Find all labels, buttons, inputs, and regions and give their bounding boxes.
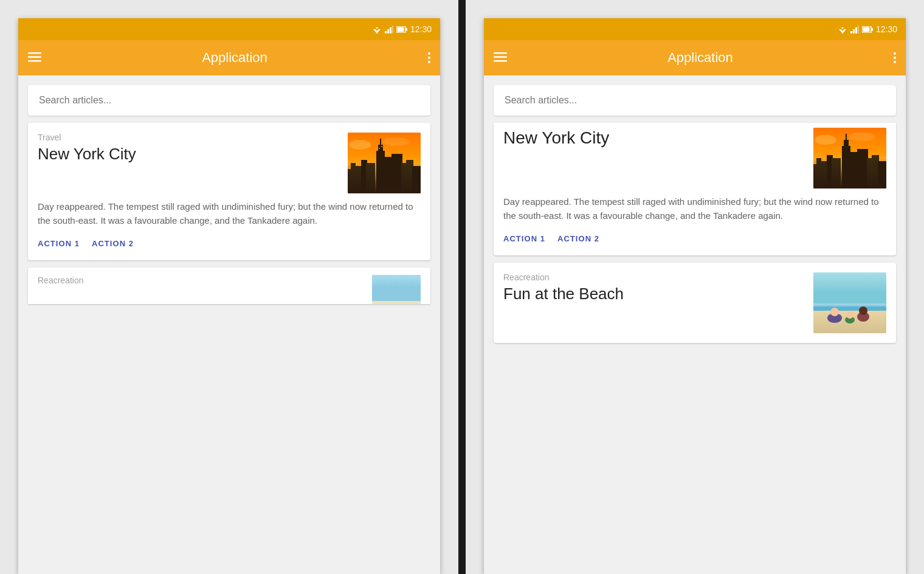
svg-rect-13 <box>28 60 41 62</box>
right-phone-panel: 12:30 Application <box>466 0 924 574</box>
svg-point-30 <box>349 140 371 150</box>
left-more-icon[interactable] <box>428 52 430 63</box>
left-status-bar: 12:30 <box>18 18 440 40</box>
svg-rect-24 <box>391 154 402 193</box>
left-card-1-category: Travel <box>38 133 342 142</box>
svg-rect-12 <box>28 57 41 58</box>
svg-rect-58 <box>850 152 857 188</box>
left-card-1-image <box>348 133 421 193</box>
right-card-1-action1[interactable]: ACTION 1 <box>503 232 545 246</box>
right-status-bar: 12:30 <box>484 18 906 40</box>
right-card-2-category: Reacreation <box>503 272 807 282</box>
left-status-icons: 12:30 <box>372 24 432 34</box>
left-card-1-header: Travel New York City <box>38 133 421 193</box>
right-nyc-svg <box>813 128 886 188</box>
right-card-1-actions: ACTION 1 ACTION 2 <box>503 229 886 246</box>
svg-rect-20 <box>380 139 381 148</box>
svg-rect-57 <box>832 158 841 188</box>
svg-point-70 <box>830 308 839 316</box>
center-divider <box>458 0 466 574</box>
svg-rect-41 <box>855 27 857 33</box>
right-search-input[interactable] <box>505 95 885 106</box>
svg-rect-26 <box>406 160 413 193</box>
left-toolbar-title: Application <box>51 50 418 66</box>
right-status-icons: 12:30 <box>838 24 897 34</box>
svg-rect-59 <box>857 149 868 188</box>
svg-rect-62 <box>878 161 886 188</box>
left-content: Travel New York City <box>18 75 440 574</box>
left-card-1-action1[interactable]: ACTION 1 <box>38 237 80 251</box>
right-phone-screen: 12:30 Application <box>484 18 906 574</box>
svg-rect-21 <box>376 151 385 193</box>
left-card-1: Travel New York City <box>28 123 430 260</box>
left-phone-panel: 12:30 Application <box>0 0 458 574</box>
svg-rect-28 <box>379 148 380 149</box>
svg-rect-22 <box>366 163 375 193</box>
svg-rect-55 <box>846 134 847 143</box>
right-card-2-title: Fun at the Beach <box>503 285 807 303</box>
left-card-1-actions: ACTION 1 ACTION 2 <box>38 234 421 251</box>
beach-scene-svg <box>813 272 886 333</box>
right-battery-icon <box>862 26 873 33</box>
svg-point-64 <box>849 133 875 141</box>
svg-rect-10 <box>397 27 404 32</box>
svg-rect-18 <box>361 160 367 193</box>
svg-rect-34 <box>372 301 421 304</box>
svg-rect-42 <box>858 26 859 33</box>
left-card-1-meta: Travel New York City <box>38 133 342 164</box>
left-card-1-action2[interactable]: ACTION 2 <box>92 237 134 251</box>
right-card-2-meta: Reacreation Fun at the Beach <box>503 272 807 303</box>
svg-rect-27 <box>412 166 421 193</box>
left-card-2-partial: Reacreation <box>28 268 430 304</box>
right-status-time: 12:30 <box>876 24 897 34</box>
right-card-1-image <box>813 128 886 188</box>
svg-rect-50 <box>813 164 819 188</box>
svg-rect-23 <box>384 157 391 193</box>
svg-rect-17 <box>355 166 362 193</box>
left-toolbar: Application <box>18 40 440 75</box>
right-card-1-title: New York City <box>503 128 609 147</box>
svg-rect-29 <box>381 146 382 147</box>
svg-point-63 <box>815 135 836 145</box>
svg-rect-65 <box>813 272 886 306</box>
svg-rect-15 <box>348 169 354 193</box>
svg-rect-53 <box>827 155 833 188</box>
right-wifi-icon <box>838 26 847 33</box>
svg-rect-5 <box>387 29 389 33</box>
svg-rect-48 <box>494 60 507 62</box>
battery-icon <box>396 26 407 33</box>
svg-rect-51 <box>816 158 821 188</box>
right-more-icon[interactable] <box>894 52 896 63</box>
svg-rect-4 <box>385 31 387 33</box>
nyc-cityscape-svg <box>348 133 421 193</box>
left-card-2-image-partial <box>372 275 421 304</box>
svg-point-72 <box>846 311 853 319</box>
svg-rect-52 <box>821 161 828 188</box>
right-hamburger-icon[interactable] <box>494 52 507 64</box>
left-search-input[interactable] <box>39 95 419 106</box>
svg-rect-16 <box>351 163 356 193</box>
signal-icon <box>385 26 393 33</box>
svg-rect-47 <box>494 57 507 58</box>
right-card-1-body: Day reappeared. The tempest still raged … <box>503 195 886 223</box>
right-card-2-header: Reacreation Fun at the Beach <box>503 272 886 333</box>
right-signal-icon <box>850 26 859 33</box>
svg-rect-60 <box>867 158 873 188</box>
left-hamburger-icon[interactable] <box>28 52 41 64</box>
right-search-bar[interactable] <box>494 85 896 116</box>
right-card-1-action2[interactable]: ACTION 2 <box>557 232 599 246</box>
svg-point-74 <box>859 306 867 315</box>
right-toolbar-title: Application <box>517 50 884 66</box>
right-toolbar: Application <box>484 40 906 75</box>
left-search-bar[interactable] <box>28 85 430 116</box>
wifi-icon <box>372 26 382 33</box>
svg-rect-44 <box>871 28 873 31</box>
right-card-1-header: New York City <box>503 128 886 188</box>
right-content: New York City <box>484 75 906 574</box>
svg-rect-45 <box>863 27 869 32</box>
svg-rect-56 <box>842 146 850 188</box>
svg-rect-67 <box>813 304 886 306</box>
svg-rect-32 <box>372 275 421 299</box>
svg-rect-61 <box>872 155 879 188</box>
svg-rect-9 <box>405 28 407 31</box>
